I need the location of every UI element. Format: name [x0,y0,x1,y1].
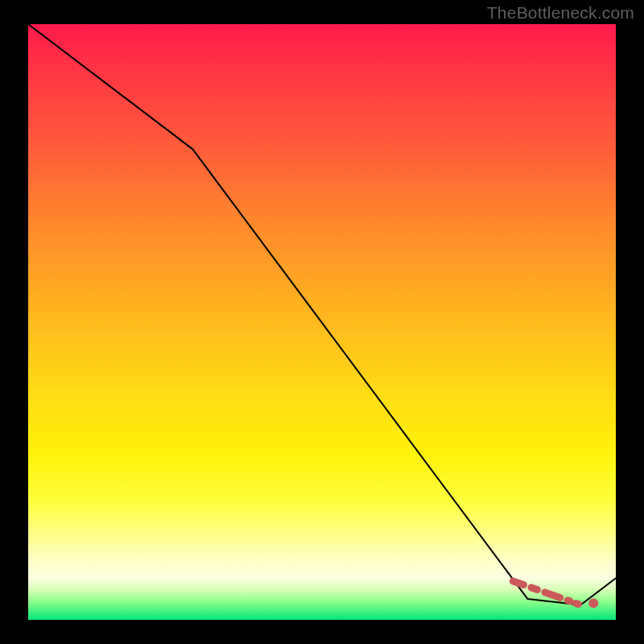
highlight-end-dot [588,598,598,608]
watermark-text: TheBottleneck.com [487,3,634,23]
main-curve [28,24,616,605]
chart-overlay [28,24,616,620]
plot-area [28,24,616,620]
chart-stage: TheBottleneck.com [0,0,644,644]
